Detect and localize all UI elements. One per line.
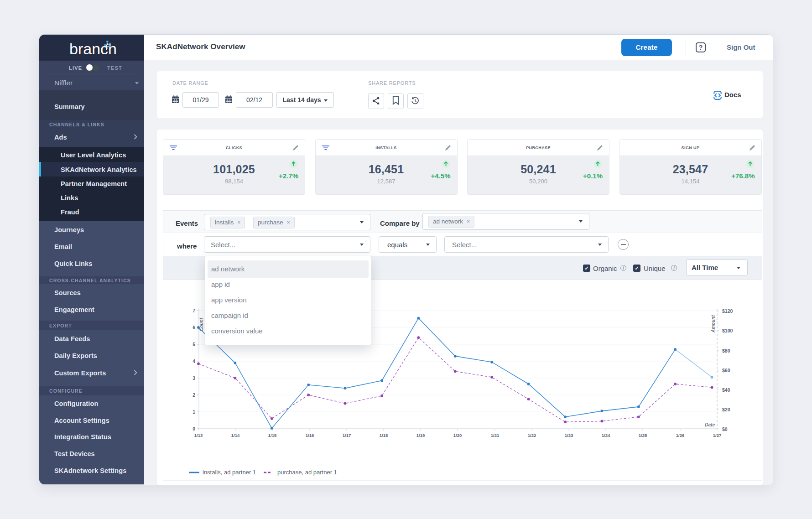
svg-text:1/25: 1/25 xyxy=(639,433,647,438)
svg-text:0: 0 xyxy=(193,426,195,431)
svg-text:1: 1 xyxy=(193,409,195,415)
svg-text:4: 4 xyxy=(193,358,195,364)
svg-text:installs, ad partner 1: installs, ad partner 1 xyxy=(203,469,256,476)
svg-text:1/14: 1/14 xyxy=(231,433,240,438)
svg-text:1/15: 1/15 xyxy=(268,433,277,438)
svg-text:1/23: 1/23 xyxy=(565,433,573,438)
svg-text:1/22: 1/22 xyxy=(528,433,536,438)
svg-text:1/26: 1/26 xyxy=(676,433,685,438)
svg-text:$0: $0 xyxy=(722,426,728,432)
svg-text:3: 3 xyxy=(193,375,195,381)
svg-text:$60: $60 xyxy=(722,368,730,373)
svg-text:$100: $100 xyxy=(722,328,733,333)
svg-text:purchase, ad partner 1: purchase, ad partner 1 xyxy=(277,469,337,476)
svg-text:1/17: 1/17 xyxy=(343,433,351,438)
svg-text:7: 7 xyxy=(193,308,195,313)
svg-text:2: 2 xyxy=(193,392,195,398)
svg-text:1/27: 1/27 xyxy=(713,433,722,438)
svg-text:Date: Date xyxy=(705,422,715,427)
svg-text:$40: $40 xyxy=(722,387,730,393)
svg-text:$80: $80 xyxy=(722,348,730,353)
svg-text:6: 6 xyxy=(193,325,195,330)
svg-text:1/24: 1/24 xyxy=(602,433,610,438)
svg-text:1/21: 1/21 xyxy=(491,433,500,438)
svg-text:$20: $20 xyxy=(722,407,730,412)
svg-text:1/13: 1/13 xyxy=(194,433,203,438)
svg-text:1/19: 1/19 xyxy=(416,433,425,438)
svg-text:5: 5 xyxy=(193,342,195,347)
svg-text:1/16: 1/16 xyxy=(306,433,314,438)
svg-text:Amount: Amount xyxy=(711,315,716,333)
svg-text:1/18: 1/18 xyxy=(380,433,388,438)
svg-text:$120: $120 xyxy=(722,308,733,314)
svg-text:1/20: 1/20 xyxy=(453,433,462,438)
